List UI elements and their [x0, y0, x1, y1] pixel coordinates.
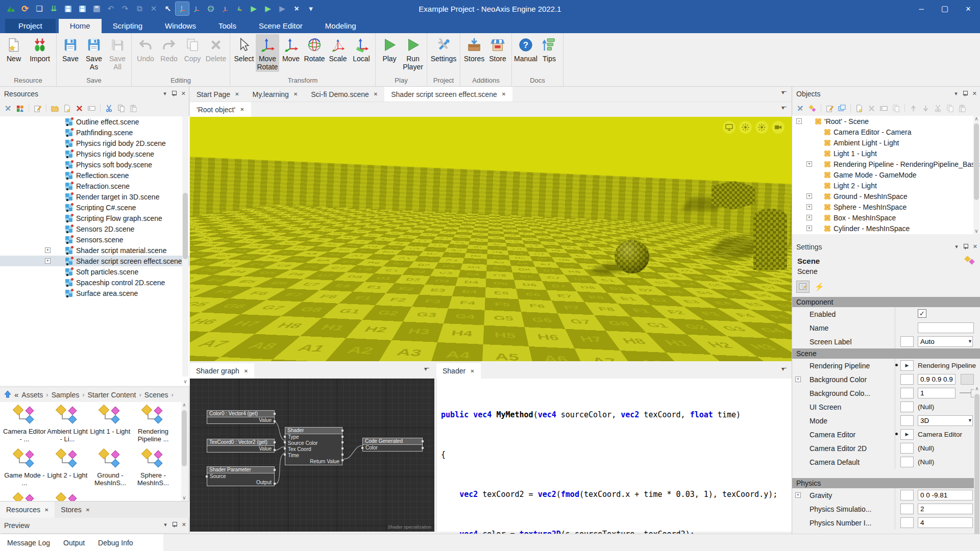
scale-button[interactable]: Scale [326, 34, 350, 64]
default-flag-box[interactable] [900, 402, 914, 412]
expander-icon[interactable] [45, 247, 51, 253]
graph-node-shader-parameter[interactable]: Shader Parameter Source Output [207, 466, 275, 486]
new-resource-icon[interactable] [63, 105, 71, 112]
pin-icon[interactable] [172, 522, 177, 528]
asset-item[interactable]: Rendering Pipeline ... [132, 405, 175, 449]
save-icon[interactable] [61, 2, 75, 15]
scroll-down-icon[interactable]: ∨ [181, 495, 187, 501]
tree-item[interactable]: Soft particles.scene [0, 266, 189, 277]
asset-item-partial[interactable] [3, 493, 46, 501]
panel-splitter[interactable] [792, 234, 980, 240]
tree-item-selected[interactable]: Shader script screen effect.scene [0, 256, 189, 266]
tab-output[interactable]: Output [63, 539, 85, 547]
scroll-up-icon[interactable]: ∧ [974, 386, 980, 392]
expander-icon[interactable] [806, 193, 812, 199]
scale-tool-icon[interactable] [218, 2, 232, 15]
cut-icon[interactable] [105, 105, 113, 112]
mode-select[interactable]: 3D [918, 415, 973, 426]
scrollbar[interactable] [182, 116, 188, 377]
tree-item[interactable]: Sensors 2D.scene [0, 223, 189, 234]
tree-item[interactable]: Render target in 3D.scene [0, 191, 189, 202]
rename-icon[interactable] [880, 105, 888, 112]
graph-node-color0[interactable]: Color0 : Vector4 (get) Value [207, 410, 275, 424]
import-button[interactable]: Import [26, 34, 54, 64]
tree-item[interactable]: Rendering Pipeline - RenderingPipeline_B… [792, 159, 980, 169]
tree-item[interactable]: Physics rigid body.scene [0, 148, 189, 159]
asset-item[interactable]: Camera Editor - ... [3, 405, 46, 449]
tree-item[interactable]: Scripting C#.scene [0, 202, 189, 213]
box-mesh[interactable] [712, 181, 755, 210]
close-icon[interactable] [240, 107, 244, 112]
save-as-button[interactable]: Save As [82, 34, 106, 72]
section-physics[interactable]: Physics [792, 478, 980, 488]
screen-label-select[interactable]: Auto [918, 336, 973, 347]
move-rotate-tool-icon[interactable] [176, 2, 189, 15]
minimize-button[interactable] [910, 0, 933, 17]
tab-scifi-demo[interactable]: Sci-fi Demo.scene [304, 87, 384, 102]
null-value[interactable]: (Null) [918, 444, 934, 452]
settings-tools-icon[interactable] [796, 105, 804, 112]
default-flag-box[interactable] [900, 490, 914, 500]
menu-home[interactable]: Home [59, 19, 102, 33]
tab-start-page[interactable]: Start Page [190, 87, 246, 102]
asset-item[interactable]: Game Mode - ... [3, 449, 46, 493]
menu-windows[interactable]: Windows [154, 19, 207, 33]
expander-icon[interactable] [45, 258, 51, 264]
save-as-icon[interactable] [76, 2, 89, 15]
close-icon[interactable] [502, 91, 506, 97]
pin-icon[interactable] [963, 244, 968, 249]
chevron-down-icon[interactable] [164, 521, 167, 528]
play-icon[interactable] [247, 2, 260, 15]
sun-icon[interactable] [739, 121, 752, 134]
breadcrumb-item[interactable]: Starter Content [88, 391, 136, 399]
tree-item[interactable]: Physics soft body.scene [0, 159, 189, 170]
asset-item-partial[interactable] [46, 493, 89, 501]
edit-icon[interactable] [826, 105, 834, 112]
reference-value[interactable]: Camera Editor [918, 431, 962, 438]
events-view-button[interactable] [813, 281, 826, 293]
tree-item[interactable]: Game Mode - GameMode [792, 169, 980, 180]
default-flag-box[interactable] [900, 374, 914, 385]
gravity-input[interactable]: 0 0 -9.81 [918, 490, 973, 500]
scrollbar[interactable]: ∧ [974, 386, 980, 551]
sun-2-icon[interactable] [755, 121, 768, 134]
windows-icon[interactable] [838, 105, 846, 112]
tree-item[interactable]: Camera Editor - Camera [792, 127, 980, 137]
move-button[interactable]: Move [279, 34, 303, 64]
close-button[interactable] [957, 0, 980, 17]
tab-resources[interactable]: Resources [0, 502, 55, 518]
edit-icon[interactable] [34, 105, 41, 112]
tree-item[interactable]: Refraction.scene [0, 181, 189, 191]
tree-item[interactable]: Ground - MeshInSpace [792, 191, 980, 202]
scene-viewport[interactable]: G1G2G3G4G5G6G7G8G1G2G3G4G5G6G7G8G1G2G3G4… [190, 117, 792, 361]
expander-icon[interactable] [806, 215, 812, 220]
tree-item-root[interactable]: 'Root' - Scene [792, 116, 980, 127]
expander-icon[interactable] [806, 161, 812, 167]
qat-more-icon[interactable] [304, 2, 317, 15]
tab-root-object[interactable]: 'Root object' [190, 102, 251, 117]
background-color-input[interactable]: 0.9 0.9 0.9 [918, 374, 955, 385]
menu-modeling[interactable]: Modeling [314, 19, 368, 33]
close-icon[interactable] [235, 91, 239, 97]
close-icon[interactable] [244, 368, 248, 374]
tree-item[interactable]: Ambient Light - Light [792, 137, 980, 148]
tips-button[interactable]: Tips [537, 34, 561, 64]
close-icon[interactable] [973, 243, 977, 250]
physics-simulation-input[interactable]: 2 [918, 504, 973, 514]
delete-icon[interactable] [76, 105, 83, 112]
pin-icon[interactable] [963, 91, 967, 96]
close-icon[interactable] [181, 90, 186, 97]
close-icon[interactable] [293, 91, 298, 97]
tab-list-icon[interactable] [781, 91, 788, 97]
tree-item[interactable]: Light 1 - Light [792, 148, 980, 159]
tab-list-icon[interactable] [781, 106, 788, 112]
default-flag-box[interactable] [900, 443, 914, 454]
section-component[interactable]: Component [792, 297, 980, 307]
scrollbar[interactable]: ∧ ∨ [181, 402, 187, 501]
stores-button[interactable]: Stores [462, 34, 486, 64]
menu-scripting[interactable]: Scripting [102, 19, 154, 33]
display-icon[interactable] [723, 121, 736, 134]
physics-number-input[interactable]: 4 [918, 517, 973, 528]
shapes-icon[interactable] [16, 105, 24, 112]
default-flag-box[interactable] [900, 388, 914, 398]
